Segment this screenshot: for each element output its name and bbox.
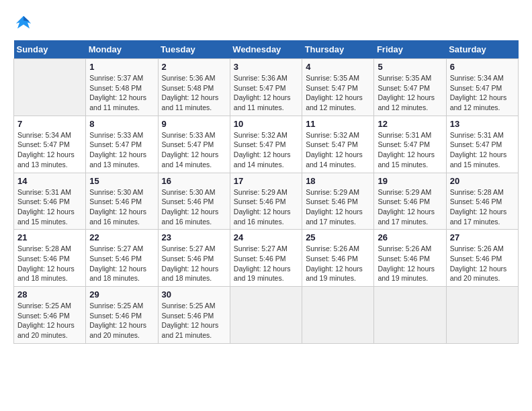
- day-info: Sunrise: 5:28 AMSunset: 5:46 PMDaylight:…: [17, 244, 82, 283]
- calendar-week-4: 21Sunrise: 5:28 AMSunset: 5:46 PMDayligh…: [14, 230, 519, 287]
- calendar-week-1: 1Sunrise: 5:37 AMSunset: 5:48 PMDaylight…: [14, 59, 519, 116]
- day-number: 21: [17, 232, 82, 242]
- calendar-cell: [230, 287, 302, 344]
- day-info: Sunrise: 5:27 AMSunset: 5:46 PMDaylight:…: [89, 244, 154, 283]
- day-number: 6: [450, 62, 515, 72]
- day-number: 25: [306, 232, 370, 242]
- day-info: Sunrise: 5:26 AMSunset: 5:46 PMDaylight:…: [450, 244, 515, 283]
- calendar-cell: 24Sunrise: 5:27 AMSunset: 5:46 PMDayligh…: [230, 230, 302, 287]
- day-number: 3: [234, 62, 298, 72]
- day-number: 17: [234, 176, 298, 186]
- calendar-cell: 9Sunrise: 5:33 AMSunset: 5:47 PMDaylight…: [158, 116, 230, 173]
- day-number: 23: [162, 232, 226, 242]
- calendar-cell: 15Sunrise: 5:30 AMSunset: 5:46 PMDayligh…: [86, 173, 158, 230]
- calendar-cell: 8Sunrise: 5:33 AMSunset: 5:47 PMDaylight…: [86, 116, 158, 173]
- day-number: 22: [89, 232, 154, 242]
- calendar-cell: 13Sunrise: 5:31 AMSunset: 5:47 PMDayligh…: [446, 116, 518, 173]
- calendar-week-5: 28Sunrise: 5:25 AMSunset: 5:46 PMDayligh…: [14, 287, 519, 344]
- day-info: Sunrise: 5:31 AMSunset: 5:47 PMDaylight:…: [450, 130, 515, 170]
- day-info: Sunrise: 5:36 AMSunset: 5:48 PMDaylight:…: [162, 73, 226, 113]
- day-number: 7: [17, 119, 82, 129]
- calendar-cell: [302, 287, 374, 344]
- day-info: Sunrise: 5:37 AMSunset: 5:48 PMDaylight:…: [89, 73, 154, 113]
- day-number: 11: [306, 119, 370, 129]
- calendar-cell: 23Sunrise: 5:27 AMSunset: 5:46 PMDayligh…: [158, 230, 230, 287]
- day-number: 24: [234, 232, 298, 242]
- calendar-cell: 3Sunrise: 5:36 AMSunset: 5:47 PMDaylight…: [230, 59, 302, 116]
- weekday-header-saturday: Saturday: [446, 40, 518, 59]
- day-info: Sunrise: 5:32 AMSunset: 5:47 PMDaylight:…: [234, 130, 298, 170]
- calendar-cell: 14Sunrise: 5:31 AMSunset: 5:46 PMDayligh…: [14, 173, 86, 230]
- calendar-cell: 19Sunrise: 5:29 AMSunset: 5:46 PMDayligh…: [374, 173, 446, 230]
- calendar-week-2: 7Sunrise: 5:34 AMSunset: 5:47 PMDaylight…: [14, 116, 519, 173]
- day-info: Sunrise: 5:29 AMSunset: 5:46 PMDaylight:…: [234, 187, 298, 227]
- calendar-body: 1Sunrise: 5:37 AMSunset: 5:48 PMDaylight…: [14, 59, 519, 344]
- calendar-cell: 7Sunrise: 5:34 AMSunset: 5:47 PMDaylight…: [14, 116, 86, 173]
- day-info: Sunrise: 5:34 AMSunset: 5:47 PMDaylight:…: [17, 130, 82, 170]
- day-number: 27: [450, 232, 515, 242]
- calendar-cell: 22Sunrise: 5:27 AMSunset: 5:46 PMDayligh…: [86, 230, 158, 287]
- day-number: 26: [378, 232, 442, 242]
- day-number: 8: [89, 119, 154, 129]
- day-number: 12: [378, 119, 442, 129]
- weekday-header-friday: Friday: [374, 40, 446, 59]
- calendar-cell: 27Sunrise: 5:26 AMSunset: 5:46 PMDayligh…: [446, 230, 518, 287]
- day-info: Sunrise: 5:35 AMSunset: 5:47 PMDaylight:…: [306, 73, 370, 113]
- day-number: 20: [450, 176, 515, 186]
- day-info: Sunrise: 5:35 AMSunset: 5:47 PMDaylight:…: [378, 73, 442, 113]
- logo-icon: [13, 13, 34, 34]
- page-header: [13, 13, 519, 34]
- day-info: Sunrise: 5:25 AMSunset: 5:46 PMDaylight:…: [89, 301, 154, 340]
- calendar-cell: 2Sunrise: 5:36 AMSunset: 5:48 PMDaylight…: [158, 59, 230, 116]
- calendar-cell: 4Sunrise: 5:35 AMSunset: 5:47 PMDaylight…: [302, 59, 374, 116]
- day-info: Sunrise: 5:32 AMSunset: 5:47 PMDaylight:…: [306, 130, 370, 170]
- day-info: Sunrise: 5:26 AMSunset: 5:46 PMDaylight:…: [378, 244, 442, 283]
- calendar-cell: 16Sunrise: 5:30 AMSunset: 5:46 PMDayligh…: [158, 173, 230, 230]
- calendar-cell: 17Sunrise: 5:29 AMSunset: 5:46 PMDayligh…: [230, 173, 302, 230]
- calendar-cell: 6Sunrise: 5:34 AMSunset: 5:47 PMDaylight…: [446, 59, 518, 116]
- day-number: 5: [378, 62, 442, 72]
- day-info: Sunrise: 5:33 AMSunset: 5:47 PMDaylight:…: [89, 130, 154, 170]
- day-info: Sunrise: 5:29 AMSunset: 5:46 PMDaylight:…: [378, 187, 442, 227]
- day-info: Sunrise: 5:29 AMSunset: 5:46 PMDaylight:…: [306, 187, 370, 227]
- calendar-cell: 11Sunrise: 5:32 AMSunset: 5:47 PMDayligh…: [302, 116, 374, 173]
- day-number: 29: [89, 289, 154, 300]
- calendar-week-3: 14Sunrise: 5:31 AMSunset: 5:46 PMDayligh…: [14, 173, 519, 230]
- day-number: 9: [162, 119, 226, 129]
- day-number: 2: [162, 62, 226, 72]
- day-number: 1: [89, 62, 154, 72]
- day-info: Sunrise: 5:27 AMSunset: 5:46 PMDaylight:…: [162, 244, 226, 283]
- day-info: Sunrise: 5:27 AMSunset: 5:46 PMDaylight:…: [234, 244, 298, 283]
- day-info: Sunrise: 5:28 AMSunset: 5:46 PMDaylight:…: [450, 187, 515, 227]
- calendar-cell: 12Sunrise: 5:31 AMSunset: 5:47 PMDayligh…: [374, 116, 446, 173]
- calendar-cell: [374, 287, 446, 344]
- calendar-cell: 28Sunrise: 5:25 AMSunset: 5:46 PMDayligh…: [14, 287, 86, 344]
- day-info: Sunrise: 5:25 AMSunset: 5:46 PMDaylight:…: [162, 301, 226, 340]
- calendar-cell: 20Sunrise: 5:28 AMSunset: 5:46 PMDayligh…: [446, 173, 518, 230]
- calendar-cell: 10Sunrise: 5:32 AMSunset: 5:47 PMDayligh…: [230, 116, 302, 173]
- day-info: Sunrise: 5:30 AMSunset: 5:46 PMDaylight:…: [162, 187, 226, 227]
- calendar-cell: 29Sunrise: 5:25 AMSunset: 5:46 PMDayligh…: [86, 287, 158, 344]
- day-info: Sunrise: 5:33 AMSunset: 5:47 PMDaylight:…: [162, 130, 226, 170]
- weekday-header-thursday: Thursday: [302, 40, 374, 59]
- day-number: 18: [306, 176, 370, 186]
- day-info: Sunrise: 5:34 AMSunset: 5:47 PMDaylight:…: [450, 73, 515, 113]
- logo: [13, 13, 36, 34]
- day-number: 30: [162, 289, 226, 300]
- day-number: 4: [306, 62, 370, 72]
- day-number: 16: [162, 176, 226, 186]
- day-info: Sunrise: 5:26 AMSunset: 5:46 PMDaylight:…: [306, 244, 370, 283]
- day-number: 28: [17, 289, 82, 300]
- day-number: 14: [17, 176, 82, 186]
- calendar-cell: 1Sunrise: 5:37 AMSunset: 5:48 PMDaylight…: [86, 59, 158, 116]
- weekday-header-wednesday: Wednesday: [230, 40, 302, 59]
- weekday-header-sunday: Sunday: [14, 40, 86, 59]
- day-number: 10: [234, 119, 298, 129]
- day-info: Sunrise: 5:25 AMSunset: 5:46 PMDaylight:…: [17, 301, 82, 340]
- calendar-cell: 18Sunrise: 5:29 AMSunset: 5:46 PMDayligh…: [302, 173, 374, 230]
- day-info: Sunrise: 5:36 AMSunset: 5:47 PMDaylight:…: [234, 73, 298, 113]
- calendar-cell: 5Sunrise: 5:35 AMSunset: 5:47 PMDaylight…: [374, 59, 446, 116]
- calendar-cell: 21Sunrise: 5:28 AMSunset: 5:46 PMDayligh…: [14, 230, 86, 287]
- day-info: Sunrise: 5:31 AMSunset: 5:47 PMDaylight:…: [378, 130, 442, 170]
- day-number: 13: [450, 119, 515, 129]
